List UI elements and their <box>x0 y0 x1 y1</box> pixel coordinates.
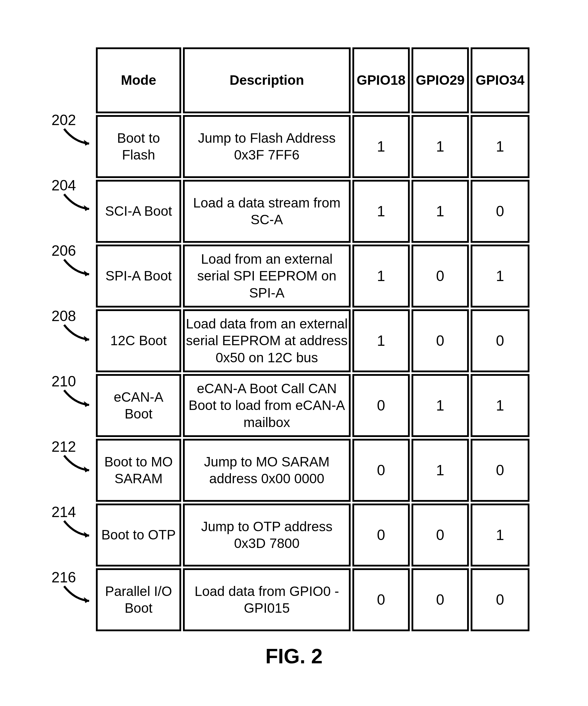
cell-description: Load data from an external serial EEPROM… <box>183 309 351 372</box>
cell-gpio34: 1 <box>471 504 530 566</box>
table-body: Boot to FlashJump to Flash Address 0x3F … <box>96 115 530 631</box>
leader-arrow-icon <box>62 519 95 540</box>
cell-gpio29: 0 <box>412 309 469 372</box>
cell-mode: SPI-A Boot <box>96 244 181 308</box>
cell-description: Jump to OTP address 0x3D 7800 <box>183 504 351 566</box>
row-ref-number: 208 <box>51 308 76 325</box>
col-header-gpio29: GPIO29 <box>412 47 469 113</box>
cell-mode: Parallel I/O Boot <box>96 568 181 631</box>
leader-arrow-icon <box>62 454 95 475</box>
leader-arrow-icon <box>62 585 95 605</box>
row-ref-label: 216 <box>51 569 98 605</box>
table-row: Parallel I/O BootLoad data from GPIO0 - … <box>96 568 530 631</box>
cell-gpio34: 0 <box>471 309 530 372</box>
leader-arrow-icon <box>62 193 95 213</box>
cell-description: Load data from GPIO0 - GPI015 <box>183 568 351 631</box>
cell-description: Load a data stream from SC-A <box>183 180 351 243</box>
cell-gpio18: 1 <box>352 309 410 372</box>
row-ref-number: 214 <box>51 504 76 521</box>
cell-gpio34: 1 <box>471 244 530 308</box>
row-ref-number: 212 <box>51 438 76 455</box>
col-header-gpio34: GPIO34 <box>471 47 530 113</box>
row-ref-label: 210 <box>51 373 98 409</box>
col-header-mode: Mode <box>96 47 181 113</box>
table-row: Boot to MO SARAMJump to MO SARAM address… <box>96 439 530 502</box>
cell-gpio34: 1 <box>471 374 530 437</box>
cell-mode: SCI-A Boot <box>96 180 181 243</box>
leader-arrow-icon <box>62 258 95 279</box>
leader-arrow-icon <box>62 127 95 148</box>
cell-description: Jump to MO SARAM address 0x00 0000 <box>183 439 351 502</box>
cell-gpio29: 0 <box>412 504 469 566</box>
table-row: Boot to OTPJump to OTP address 0x3D 7800… <box>96 504 530 566</box>
table-row: SCI-A BootLoad a data stream from SC-A11… <box>96 180 530 243</box>
cell-gpio34: 0 <box>471 439 530 502</box>
table-row: Boot to FlashJump to Flash Address 0x3F … <box>96 115 530 178</box>
row-ref-label: 202 <box>51 112 98 148</box>
cell-mode: Boot to MO SARAM <box>96 439 181 502</box>
leader-arrow-icon <box>62 389 95 409</box>
cell-mode: 12C Boot <box>96 309 181 372</box>
cell-gpio29: 1 <box>412 439 469 502</box>
boot-mode-table-wrap: Mode Description GPIO18 GPIO29 GPIO34 Bo… <box>94 46 531 633</box>
cell-gpio18: 0 <box>352 568 410 631</box>
cell-gpio34: 1 <box>471 115 530 178</box>
row-ref-label: 204 <box>51 177 98 213</box>
row-ref-label: 212 <box>51 438 98 475</box>
table-row: SPI-A BootLoad from an external serial S… <box>96 244 530 308</box>
row-ref-label: 214 <box>51 504 98 540</box>
cell-description: eCAN-A Boot Call CAN Boot to load from e… <box>183 374 351 437</box>
row-ref-number: 204 <box>51 177 76 194</box>
boot-mode-table: Mode Description GPIO18 GPIO29 GPIO34 Bo… <box>94 46 531 633</box>
table-header-row: Mode Description GPIO18 GPIO29 GPIO34 <box>96 47 530 113</box>
row-ref-number: 216 <box>51 569 76 586</box>
row-ref-number: 210 <box>51 373 76 390</box>
col-header-description: Description <box>183 47 351 113</box>
cell-gpio29: 0 <box>412 244 469 308</box>
cell-gpio29: 1 <box>412 115 469 178</box>
row-ref-label: 206 <box>51 242 98 279</box>
cell-gpio18: 1 <box>352 115 410 178</box>
cell-gpio18: 1 <box>352 244 410 308</box>
cell-gpio18: 1 <box>352 180 410 243</box>
cell-gpio34: 0 <box>471 568 530 631</box>
table-row: 12C BootLoad data from an external seria… <box>96 309 530 372</box>
cell-gpio34: 0 <box>471 180 530 243</box>
leader-arrow-icon <box>62 323 95 344</box>
cell-mode: eCAN-A Boot <box>96 374 181 437</box>
cell-gpio18: 0 <box>352 439 410 502</box>
table-row: eCAN-A BooteCAN-A Boot Call CAN Boot to … <box>96 374 530 437</box>
row-ref-number: 206 <box>51 242 76 259</box>
cell-gpio18: 0 <box>352 374 410 437</box>
cell-gpio29: 1 <box>412 374 469 437</box>
row-ref-number: 202 <box>51 112 76 129</box>
figure-caption: FIG. 2 <box>0 644 588 668</box>
cell-gpio18: 0 <box>352 504 410 566</box>
cell-mode: Boot to OTP <box>96 504 181 566</box>
cell-mode: Boot to Flash <box>96 115 181 178</box>
row-ref-label: 208 <box>51 308 98 344</box>
col-header-gpio18: GPIO18 <box>352 47 410 113</box>
cell-description: Jump to Flash Address 0x3F 7FF6 <box>183 115 351 178</box>
cell-gpio29: 0 <box>412 568 469 631</box>
cell-gpio29: 1 <box>412 180 469 243</box>
cell-description: Load from an external serial SPI EEPROM … <box>183 244 351 308</box>
